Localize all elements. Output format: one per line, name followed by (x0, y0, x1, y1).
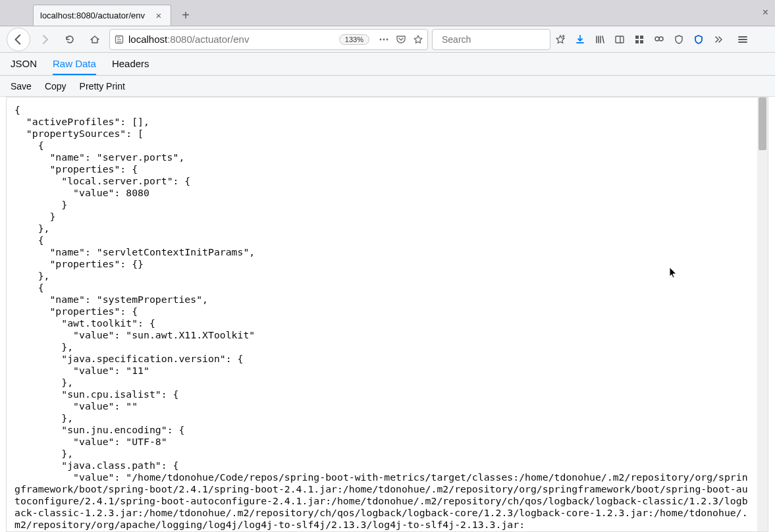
page-info-icon[interactable] (114, 34, 124, 45)
svg-rect-9 (640, 40, 643, 43)
forward-button (34, 29, 55, 50)
sidebar-icon[interactable] (614, 34, 626, 45)
tab-json[interactable]: JSON (11, 53, 37, 75)
svg-point-10 (655, 37, 659, 41)
new-tab-button[interactable]: + (175, 5, 196, 26)
downloads-icon[interactable] (574, 34, 586, 45)
json-content-pane: { "activeProfiles": [], "propertySources… (6, 97, 768, 532)
home-button[interactable] (84, 29, 105, 50)
close-window-icon[interactable]: × (762, 7, 768, 18)
reload-icon (65, 34, 75, 45)
tab-title: localhost:8080/actuator/env (40, 11, 148, 20)
back-button[interactable] (7, 28, 30, 51)
arrow-left-icon (13, 34, 24, 45)
library-icon[interactable] (594, 34, 606, 45)
json-raw-text[interactable]: { "activeProfiles": [], "propertySources… (7, 97, 757, 531)
zoom-badge[interactable]: 133% (339, 34, 369, 45)
search-bar[interactable] (432, 29, 550, 50)
toolbar-icons (554, 34, 724, 45)
bookmark-add-icon[interactable] (554, 34, 566, 45)
arrow-right-icon (40, 34, 50, 45)
account-shield-icon[interactable] (693, 34, 705, 45)
action-pretty-print[interactable]: Pretty Print (80, 81, 125, 92)
svg-rect-5 (616, 36, 624, 43)
extension-grid-icon[interactable] (633, 34, 645, 45)
url-text: localhost:8080/actuator/env (128, 34, 335, 45)
tab-headers[interactable]: Headers (112, 53, 149, 75)
home-icon (90, 34, 100, 45)
hamburger-icon (737, 34, 748, 45)
url-bar[interactable]: localhost:8080/actuator/env 133% (109, 29, 428, 50)
tab-raw-data[interactable]: Raw Data (53, 53, 96, 75)
svg-rect-7 (640, 36, 643, 39)
bookmark-star-icon[interactable] (413, 34, 423, 45)
scrollbar-thumb[interactable] (759, 97, 766, 150)
svg-rect-8 (635, 40, 639, 43)
nav-toolbar: localhost:8080/actuator/env 133% (0, 26, 775, 53)
page-actions-icon[interactable] (379, 34, 389, 45)
app-menu-button[interactable] (732, 29, 753, 50)
search-input[interactable] (442, 34, 557, 45)
action-copy[interactable]: Copy (45, 81, 67, 92)
svg-point-2 (383, 38, 385, 40)
overflow-icon[interactable] (712, 34, 724, 45)
reload-button[interactable] (59, 29, 80, 50)
svg-point-11 (659, 37, 663, 41)
extension-mask-icon[interactable] (653, 34, 665, 45)
close-tab-icon[interactable]: × (153, 11, 164, 21)
json-viewer-actions: Save Copy Pretty Print (0, 76, 775, 97)
pocket-icon[interactable] (396, 34, 406, 45)
json-scroll-region[interactable]: { "activeProfiles": [], "propertySources… (7, 97, 757, 531)
tab-strip: localhost:8080/actuator/env × + × (0, 0, 775, 26)
scrollbar-vertical[interactable] (757, 97, 768, 531)
protection-shield-icon[interactable] (673, 34, 685, 45)
svg-point-3 (387, 38, 388, 40)
svg-point-1 (380, 38, 382, 40)
json-viewer-tabs: JSON Raw Data Headers (0, 53, 775, 76)
action-save[interactable]: Save (11, 81, 32, 92)
browser-tab[interactable]: localhost:8080/actuator/env × (33, 5, 171, 26)
svg-rect-6 (635, 36, 639, 39)
